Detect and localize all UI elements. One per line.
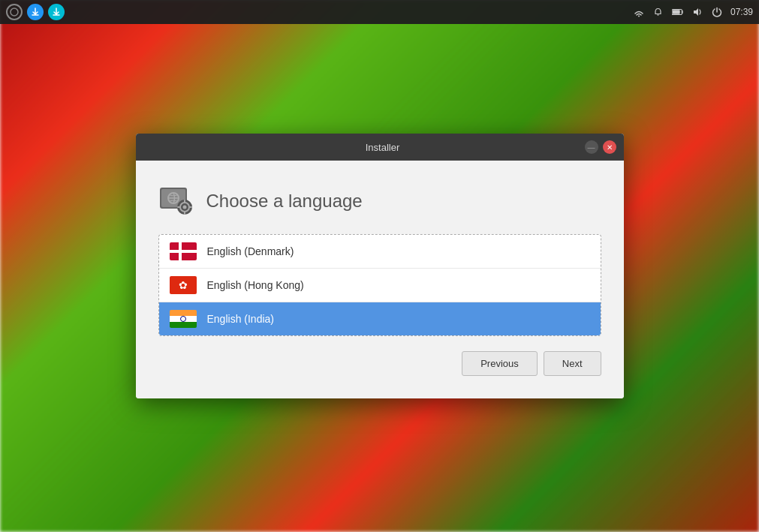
time-display: 07:39: [730, 7, 753, 17]
bell-icon: [652, 6, 664, 18]
dialog-overlay: Installer — ✕: [0, 0, 759, 532]
volume-icon: [691, 6, 703, 18]
taskbar: 07:39: [0, 0, 759, 24]
language-item-hongkong[interactable]: English (Hong Kong): [159, 269, 601, 302]
dialog-footer: Previous Next: [158, 348, 601, 383]
connection-icon: [633, 6, 645, 18]
flag-denmark: [170, 242, 197, 260]
svg-rect-3: [673, 10, 680, 14]
close-button[interactable]: ✕: [603, 140, 616, 154]
battery-icon: [672, 6, 684, 18]
taskbar-icon-download-blue[interactable]: [27, 4, 44, 20]
svg-rect-11: [184, 212, 185, 215]
next-button[interactable]: Next: [544, 351, 601, 376]
taskbar-icon-download-teal[interactable]: [48, 4, 65, 20]
taskbar-left: [6, 4, 65, 20]
svg-point-0: [11, 8, 18, 16]
svg-point-9: [182, 206, 186, 209]
installer-dialog: Installer — ✕: [136, 134, 624, 398]
dialog-body: Choose a language English (Denmark) Engl…: [136, 161, 624, 398]
power-icon[interactable]: [711, 6, 723, 18]
language-icon: [158, 183, 194, 219]
flag-hongkong: [170, 276, 197, 294]
language-item-denmark[interactable]: English (Denmark): [159, 235, 601, 269]
svg-rect-12: [177, 206, 180, 208]
taskbar-right: 07:39: [633, 6, 753, 18]
language-label-hongkong: English (Hong Kong): [207, 279, 304, 291]
language-label-india: English (India): [207, 313, 275, 325]
titlebar-controls: — ✕: [585, 140, 616, 154]
svg-rect-10: [184, 200, 185, 203]
language-item-india[interactable]: English (India): [159, 302, 601, 335]
dialog-header: Choose a language: [158, 183, 601, 219]
svg-rect-13: [189, 206, 192, 208]
svg-point-1: [638, 16, 640, 17]
language-list: English (Denmark) English (Hong Kong): [158, 234, 601, 336]
previous-button[interactable]: Previous: [462, 351, 538, 376]
minimize-button[interactable]: —: [585, 140, 598, 154]
dialog-title: Installer: [181, 142, 585, 153]
flag-india: [170, 310, 197, 328]
dialog-titlebar: Installer — ✕: [136, 134, 624, 161]
taskbar-icon-circle[interactable]: [6, 4, 23, 20]
page-title: Choose a language: [206, 191, 363, 212]
language-label-denmark: English (Denmark): [207, 245, 294, 257]
